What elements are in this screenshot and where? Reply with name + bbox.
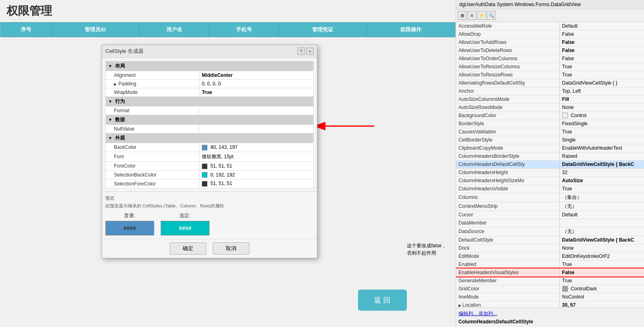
prop-name: CellBorderStyle — [456, 136, 559, 144]
prop-name: GenerateMember — [456, 277, 559, 285]
prop-value: NoControl — [559, 293, 644, 301]
table-row[interactable]: ColumnHeadersVisibleTrue — [456, 185, 644, 193]
table-row[interactable]: ColumnHeadersHeight32 — [456, 168, 644, 177]
prop-value: True — [559, 128, 644, 136]
section-data: ▼ 数据 — [106, 115, 314, 125]
table-row[interactable]: AutoSizeColumnsModeFill — [456, 95, 644, 103]
section-layout: ▼ 布局 — [106, 61, 314, 71]
expand-icon[interactable]: ▶ — [458, 303, 463, 307]
color-swatch — [562, 113, 568, 118]
table-row[interactable]: EnabledTrue — [456, 260, 644, 268]
prop-wrapmode: WrapMode True — [106, 88, 314, 97]
table-row[interactable]: ColumnHeadersBorderStyleRaised — [456, 152, 644, 160]
section-behavior: ▼ 行为 — [106, 97, 314, 107]
toolbar-search-btn[interactable]: 🔍 — [487, 11, 496, 20]
table-row[interactable]: AnchorTop, Left — [456, 87, 644, 95]
dialog-titlebar: CellStyle 生成器 ? × — [102, 45, 317, 58]
table-row[interactable]: GenerateMemberTrue — [456, 277, 644, 285]
table-row[interactable]: DataMember — [456, 219, 644, 227]
toolbar-grid-btn[interactable]: ⊞ — [458, 11, 467, 20]
prop-backcolor: BackColor 80, 143, 197 — [106, 143, 314, 152]
prop-name: ContextMenuStrip — [456, 202, 559, 211]
props-footer-title: ColumnHeadersDefaultCellStyle — [458, 319, 642, 325]
main-area: 权限管理 序号管理员ID用户名手机号管理凭证权限操作 这个要改成false， 否… — [0, 0, 456, 327]
table-row[interactable]: EditModeEditOnKeystrokeOrF2 — [456, 252, 644, 260]
prop-value: Default — [559, 22, 644, 30]
prop-value: DataGridViewCellStyle { BackC — [559, 160, 644, 168]
table-row[interactable]: DefaultCellStyleDataGridViewCellStyle { … — [456, 236, 644, 244]
data-table: 序号管理员ID用户名手机号管理凭证权限操作 — [0, 22, 455, 37]
prop-value: EditOnKeystrokeOrF2 — [559, 252, 644, 260]
table-row[interactable]: Columns（集合） — [456, 193, 644, 202]
dialog-help-button[interactable]: ? — [297, 48, 305, 55]
table-row[interactable]: DataSource（无） — [456, 227, 644, 236]
table-row[interactable]: ImeModeNoControl — [456, 293, 644, 301]
preview-samples: 普通: #### 选定: #### — [105, 212, 314, 235]
table-row[interactable]: AllowDropFalse — [456, 30, 644, 38]
prop-name: Cursor — [456, 211, 559, 219]
prop-name: AllowDrop — [456, 30, 559, 38]
toolbar-list-btn[interactable]: ≡ — [467, 11, 476, 20]
table-row[interactable]: GridColor ControlDark — [456, 285, 644, 293]
appearance-toggle[interactable]: ▼ — [108, 136, 112, 140]
properties-panel: dgUserAuthData System.Windows.Forms.Data… — [456, 0, 644, 327]
table-row[interactable]: EnableHeadersVisualStylesFalse — [456, 268, 644, 277]
table-row[interactable]: ContextMenuStrip（无） — [456, 202, 644, 211]
table-row[interactable]: AccessibleRoleDefault — [456, 22, 644, 30]
table-row[interactable]: DockNone — [456, 244, 644, 252]
dialog-ok-button[interactable]: 确定 — [170, 242, 206, 255]
prop-value: Default — [559, 211, 644, 219]
prop-value: （无） — [559, 227, 644, 236]
table-row[interactable]: AutoSizeRowsModeNone — [456, 103, 644, 111]
table-header-cell: 用户名 — [140, 23, 209, 37]
props-footer-links[interactable]: 编辑列... 添加列... — [458, 311, 497, 316]
table-row[interactable]: ColumnHeadersHeightSizeMoAutoSize — [456, 177, 644, 185]
table-row[interactable]: CausesValidationTrue — [456, 128, 644, 136]
table-row[interactable]: AllowUserToDeleteRowsFalse — [456, 46, 644, 54]
table-row[interactable]: AllowUserToResizeColumnsTrue — [456, 63, 644, 71]
dialog-cancel-button[interactable]: 取消 — [213, 242, 249, 255]
prop-value: False — [559, 30, 644, 38]
prop-name: EnableHeadersVisualStyles — [456, 268, 559, 277]
table-row[interactable]: ▶ Location30, 57 — [456, 301, 644, 307]
preview-selected: 选定: #### — [161, 212, 210, 235]
prop-font: Font 微软雅黑, 15pt — [106, 152, 314, 161]
prop-value: 30, 57 — [559, 301, 644, 307]
behavior-toggle[interactable]: ▼ — [108, 99, 112, 104]
props-list[interactable]: AccessibleRoleDefaultAllowDropFalseAllow… — [456, 22, 644, 307]
prop-value: Top, Left — [559, 87, 644, 95]
prop-name: AccessibleRole — [456, 22, 559, 30]
table-row[interactable]: CellBorderStyleSingle — [456, 136, 644, 144]
backcolor-swatch — [202, 145, 207, 150]
table-row[interactable]: ColumnHeadersDefaultCellStyDataGridViewC… — [456, 160, 644, 168]
table-row[interactable]: BorderStyleFixedSingle — [456, 120, 644, 128]
data-toggle[interactable]: ▼ — [108, 118, 112, 122]
prop-name: GridColor — [456, 285, 559, 293]
dialog-close-button[interactable]: × — [306, 48, 314, 55]
table-row[interactable]: AlternatingRowsDefaultCellStyDataGridVie… — [456, 79, 644, 87]
table-row[interactable]: ClipboardCopyModeEnableWithAutoHeaderTex… — [456, 144, 644, 152]
cellstyle-dialog: CellStyle 生成器 ? × ▼ 布局 Alignment MiddleC… — [102, 45, 317, 258]
props-table: AccessibleRoleDefaultAllowDropFalseAllow… — [456, 22, 644, 307]
prop-padding: ▶Padding 0, 0, 0, 0 — [106, 80, 314, 88]
back-button[interactable]: 返 回 — [358, 290, 407, 311]
prop-value: DataGridViewCellStyle { BackC — [559, 236, 644, 244]
prop-name: BackgroundColor — [456, 111, 559, 120]
table-row[interactable]: AllowUserToResizeRowsTrue — [456, 71, 644, 79]
table-row[interactable]: AllowUserToOrderColumnsFalse — [456, 54, 644, 63]
prop-name: Columns — [456, 193, 559, 202]
table-row[interactable]: CursorDefault — [456, 211, 644, 219]
prop-value: False — [559, 54, 644, 63]
prop-nullvalue: NullValue — [106, 125, 314, 133]
padding-expand[interactable]: ▶ — [114, 82, 117, 86]
toolbar-event-btn[interactable]: ⚡ — [477, 11, 486, 20]
props-panel-header: dgUserAuthData System.Windows.Forms.Data… — [456, 0, 644, 9]
preview-normal: 普通: #### — [105, 212, 154, 235]
prop-name: AllowUserToAddRows — [456, 38, 559, 46]
prop-name: AllowUserToResizeRows — [456, 71, 559, 79]
table-row[interactable]: BackgroundColor Control — [456, 111, 644, 120]
layout-toggle[interactable]: ▼ — [108, 64, 112, 68]
prop-value: Fill — [559, 95, 644, 103]
prop-alignment: Alignment MiddleCenter — [106, 71, 314, 80]
table-row[interactable]: AllowUserToAddRowsFalse — [456, 38, 644, 46]
